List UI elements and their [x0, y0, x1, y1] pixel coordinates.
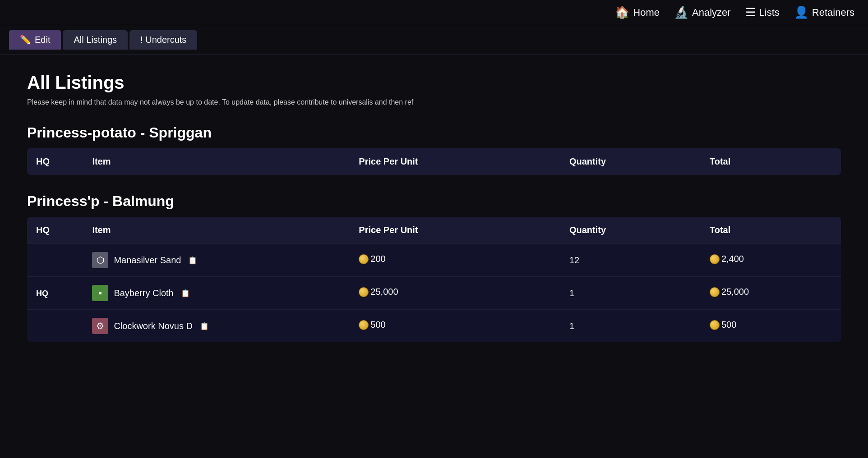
- cell-quantity: 12: [560, 244, 701, 277]
- price-value: 500: [370, 320, 385, 330]
- cell-price: 500: [350, 310, 560, 343]
- col-hq-b: HQ: [27, 217, 83, 244]
- table-row: HQ▪Bayberry Cloth📋25,000125,000: [27, 277, 841, 310]
- nav-home-label: Home: [633, 7, 660, 18]
- item-name: Clockwork Novus D: [114, 321, 192, 331]
- coin-icon: [710, 254, 720, 264]
- tab-all-listings[interactable]: All Listings: [63, 30, 128, 50]
- nav-home[interactable]: 🏠 Home: [615, 5, 660, 19]
- tab-edit-label: Edit: [35, 35, 50, 45]
- col-quantity: Quantity: [560, 148, 701, 175]
- copy-icon[interactable]: 📋: [200, 322, 209, 330]
- table-header-row: HQ Item Price Per Unit Quantity Total: [27, 148, 841, 175]
- cell-total: 25,000: [701, 277, 841, 310]
- nav-analyzer[interactable]: 🔬 Analyzer: [674, 5, 731, 19]
- price-value: 25,000: [370, 287, 398, 297]
- coin-icon: [359, 320, 369, 330]
- col-item: Item: [83, 148, 350, 175]
- item-icon-cloth: ▪: [92, 285, 108, 301]
- tab-bar: ✏️ Edit All Listings ! Undercuts: [0, 25, 868, 55]
- coin-icon: [359, 287, 369, 297]
- analyzer-icon: 🔬: [674, 5, 688, 19]
- table-row: ⚙Clockwork Novus D📋5001500: [27, 310, 841, 343]
- tab-undercuts[interactable]: ! Undercuts: [129, 30, 197, 50]
- nav-analyzer-label: Analyzer: [692, 7, 731, 18]
- nav-retainers[interactable]: 👤 Retainers: [794, 5, 854, 19]
- section-balmung: Princess'p - Balmung HQ Item Price Per U…: [27, 193, 841, 342]
- coin-icon: [710, 287, 720, 297]
- page-subtitle: Please keep in mind that data may not al…: [27, 98, 841, 106]
- cell-total: 500: [701, 310, 841, 343]
- cell-price: 200: [350, 244, 560, 277]
- cell-hq: [27, 244, 83, 277]
- lists-icon: ☰: [745, 5, 756, 19]
- price-value: 200: [370, 254, 385, 264]
- col-total: Total: [701, 148, 841, 175]
- top-nav: 🏠 Home 🔬 Analyzer ☰ Lists 👤 Retainers: [0, 0, 868, 25]
- total-value: 2,400: [721, 254, 744, 264]
- coin-icon: [359, 254, 369, 264]
- col-hq: HQ: [27, 148, 83, 175]
- cell-quantity: 1: [560, 277, 701, 310]
- nav-retainers-label: Retainers: [812, 7, 854, 18]
- tab-edit[interactable]: ✏️ Edit: [9, 30, 61, 50]
- col-quantity-b: Quantity: [560, 217, 701, 244]
- cell-item: ▪Bayberry Cloth📋: [83, 277, 350, 310]
- table-header-row-balmung: HQ Item Price Per Unit Quantity Total: [27, 217, 841, 244]
- cell-price: 25,000: [350, 277, 560, 310]
- cell-total: 2,400: [701, 244, 841, 277]
- table-row: ⬡Manasilver Sand📋200122,400: [27, 244, 841, 277]
- col-price-b: Price Per Unit: [350, 217, 560, 244]
- table-balmung: HQ Item Price Per Unit Quantity Total ⬡M…: [27, 217, 841, 342]
- section-spriggan-title: Princess-potato - Spriggan: [27, 124, 841, 141]
- copy-icon[interactable]: 📋: [188, 256, 197, 265]
- item-icon-sand: ⬡: [92, 252, 108, 268]
- total-value: 25,000: [721, 287, 749, 297]
- table-balmung-body: ⬡Manasilver Sand📋200122,400HQ▪Bayberry C…: [27, 244, 841, 343]
- cell-hq: [27, 310, 83, 343]
- nav-lists[interactable]: ☰ Lists: [745, 5, 780, 19]
- copy-icon[interactable]: 📋: [181, 289, 190, 298]
- cell-quantity: 1: [560, 310, 701, 343]
- total-value: 500: [721, 320, 736, 330]
- hq-badge: HQ: [36, 289, 48, 298]
- item-name: Manasilver Sand: [114, 255, 181, 266]
- col-item-b: Item: [83, 217, 350, 244]
- tab-all-listings-label: All Listings: [74, 35, 117, 45]
- table-spriggan: HQ Item Price Per Unit Quantity Total: [27, 148, 841, 175]
- page-title: All Listings: [27, 73, 841, 93]
- edit-icon: ✏️: [20, 34, 31, 45]
- retainers-icon: 👤: [794, 5, 808, 19]
- col-price: Price Per Unit: [350, 148, 560, 175]
- main-content: All Listings Please keep in mind that da…: [0, 55, 868, 378]
- section-balmung-title: Princess'p - Balmung: [27, 193, 841, 210]
- nav-lists-label: Lists: [759, 7, 780, 18]
- item-name: Bayberry Cloth: [114, 288, 173, 298]
- tab-undercuts-label: ! Undercuts: [140, 35, 186, 45]
- home-icon: 🏠: [615, 5, 629, 19]
- cell-item: ⚙Clockwork Novus D📋: [83, 310, 350, 343]
- cell-item: ⬡Manasilver Sand📋: [83, 244, 350, 277]
- section-spriggan: Princess-potato - Spriggan HQ Item Price…: [27, 124, 841, 175]
- coin-icon: [710, 320, 720, 330]
- col-total-b: Total: [701, 217, 841, 244]
- item-icon-clockwork: ⚙: [92, 318, 108, 334]
- cell-hq: HQ: [27, 277, 83, 310]
